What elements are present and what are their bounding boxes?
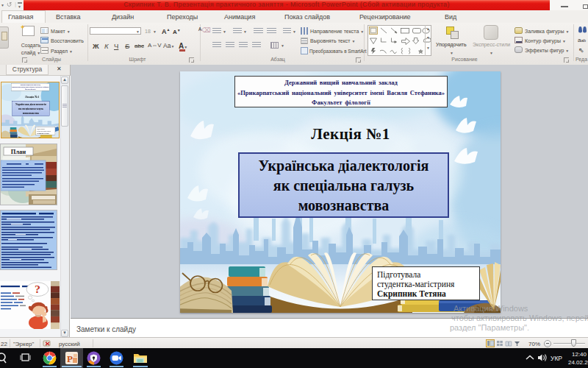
svg-text:План: План — [11, 148, 26, 155]
svg-text:P: P — [67, 353, 73, 364]
svg-text:?: ? — [35, 284, 40, 295]
